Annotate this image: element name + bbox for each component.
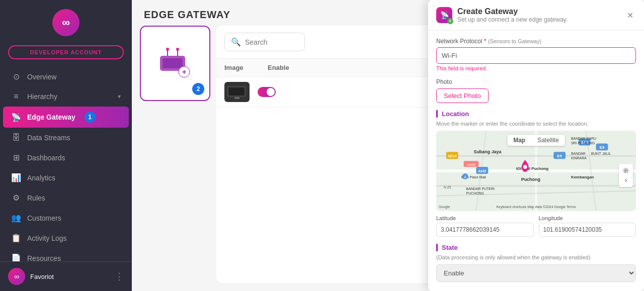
network-protocol-error: This field is required. xyxy=(436,65,636,71)
sidebar-item-overview[interactable]: ⊙ Overview xyxy=(3,67,129,86)
map-tab-satellite[interactable]: Satellite xyxy=(531,135,565,146)
sidebar-item-edge-gateway[interactable]: 📡 Edge Gateway 1 xyxy=(3,107,129,128)
sidebar-logo: ∞ xyxy=(0,0,132,41)
longitude-group: Longitude xyxy=(539,215,636,237)
svg-text:N 25: N 25 xyxy=(444,185,451,189)
svg-text:IOI Mall Puchong: IOI Mall Puchong xyxy=(516,166,549,171)
svg-text:Google: Google xyxy=(439,205,450,209)
svg-rect-10 xyxy=(234,97,239,99)
modal-gateway-icon: 📡 + xyxy=(436,7,452,23)
more-options-button[interactable]: ⋮ xyxy=(115,271,124,282)
svg-point-4 xyxy=(166,48,169,51)
coordinates-row: Latitude Longitude xyxy=(436,215,636,237)
sidebar-item-label: Edge Gateway xyxy=(27,113,75,121)
col-header-image: Image xyxy=(224,64,260,71)
card-badge: 2 xyxy=(192,83,204,95)
sidebar-item-label: Dashboards xyxy=(27,154,65,162)
modal-body: Network Protocol * (Sensors to Gateway) … xyxy=(428,31,644,291)
activity-logs-icon: 📋 xyxy=(11,233,21,243)
sidebar-item-dashboards[interactable]: ⊞ Dashboards xyxy=(3,148,129,167)
sidebar-item-label: Hierarchy xyxy=(27,92,57,101)
state-title: State xyxy=(436,244,636,251)
toggle-switch-on[interactable] xyxy=(258,87,276,97)
table-row xyxy=(216,77,444,108)
data-streams-icon: 🗄 xyxy=(11,133,21,142)
sidebar-nav: ⊙ Overview ≡ Hierarchy ▾ 📡 Edge Gateway … xyxy=(0,63,132,261)
svg-point-5 xyxy=(176,48,179,51)
svg-text:A: A xyxy=(464,175,466,179)
sidebar-item-hierarchy[interactable]: ≡ Hierarchy ▾ xyxy=(3,87,129,106)
overview-icon: ⊙ xyxy=(11,72,21,81)
rules-icon: ⚙ xyxy=(11,193,21,203)
sidebar-item-label: Analytics xyxy=(27,174,55,182)
analytics-icon: 📊 xyxy=(11,173,21,182)
toggle-enable[interactable] xyxy=(258,87,293,97)
nav-badge: 1 xyxy=(85,112,96,123)
device-image xyxy=(224,82,250,102)
sidebar-item-activity-logs[interactable]: 📋 Activity Logs xyxy=(3,228,129,248)
svg-text:BUKIT JALIL: BUKIT JALIL xyxy=(591,152,611,155)
dashboards-icon: ⊞ xyxy=(11,153,21,162)
search-input[interactable] xyxy=(245,38,298,46)
svg-text:Keyboard shortcuts   Map data : Keyboard shortcuts Map data ©2024 Google… xyxy=(496,205,576,209)
search-box[interactable]: 🔍 xyxy=(224,33,305,51)
app-logo: ∞ xyxy=(52,9,79,36)
sidebar-item-customers[interactable]: 👥 Customers xyxy=(3,208,129,228)
sidebar-item-label: Activity Logs xyxy=(27,234,67,242)
gateway-card-image: + xyxy=(155,46,195,81)
modal-plus-icon: + xyxy=(447,18,453,24)
resources-icon: 📄 xyxy=(11,253,21,261)
sidebar-item-label: Data Streams xyxy=(27,134,70,142)
map-expand-button[interactable]: › xyxy=(619,173,633,187)
table-header: Image Enable xyxy=(216,59,444,77)
modal-title: Create Gateway xyxy=(457,7,568,16)
sidebar-item-analytics[interactable]: 📊 Analytics xyxy=(3,168,129,187)
sidebar-footer: ∞ Favoriot ⋮ xyxy=(0,261,132,291)
svg-text:SRI PETALING: SRI PETALING xyxy=(571,141,595,145)
longitude-label: Longitude xyxy=(539,215,636,221)
sidebar-item-rules[interactable]: ⚙ Rules xyxy=(3,188,129,208)
modal-header-text: Create Gateway Set up and connect a new … xyxy=(457,7,568,23)
modal-header: 📡 + Create Gateway Set up and connect a … xyxy=(428,0,644,31)
sidebar-item-data-streams[interactable]: 🗄 Data Streams xyxy=(3,128,129,147)
svg-text:3214: 3214 xyxy=(448,154,457,158)
map-tab-map[interactable]: Map xyxy=(507,135,531,146)
longitude-input[interactable] xyxy=(539,223,636,237)
footer-logo: ∞ xyxy=(8,268,25,285)
sidebar-item-label: Customers xyxy=(27,214,61,222)
customers-icon: 👥 xyxy=(11,213,21,223)
network-protocol-input[interactable] xyxy=(436,47,636,64)
svg-text:+: + xyxy=(182,68,186,76)
svg-text:Hotel: Hotel xyxy=(467,163,475,166)
location-hint: Move the marker or enter the coordinate … xyxy=(436,121,636,127)
svg-text:Subang Jaya: Subang Jaya xyxy=(473,149,502,154)
state-section: State (Data processing is only allowed w… xyxy=(436,244,636,282)
latitude-input[interactable] xyxy=(436,223,534,237)
svg-text:AH2: AH2 xyxy=(478,169,486,173)
edge-gateway-icon: 📡 xyxy=(11,113,21,122)
modal-close-button[interactable]: ✕ xyxy=(624,9,636,21)
map-tabs: Map Satellite xyxy=(507,135,565,146)
developer-account-button[interactable]: DEVELOPER ACCOUNT xyxy=(8,45,124,59)
table-toolbar: 🔍 xyxy=(216,26,444,59)
map-container[interactable]: Map Satellite xyxy=(436,131,636,211)
main-content: EDGE GATEWAY xyxy=(132,0,644,291)
svg-text:Puchong: Puchong xyxy=(521,177,540,182)
photo-label: Photo xyxy=(436,78,636,85)
svg-text:KINRARA: KINRARA xyxy=(571,156,587,160)
svg-text:E5: E5 xyxy=(557,154,562,158)
state-hint: (Data processing is only allowed when th… xyxy=(436,254,636,260)
sidebar-item-label: Overview xyxy=(27,73,56,81)
select-photo-button[interactable]: Select Photo xyxy=(436,88,489,103)
state-select[interactable]: Enable Disable xyxy=(436,264,636,282)
svg-text:BANDAR BARU: BANDAR BARU xyxy=(571,137,596,140)
search-icon: 🔍 xyxy=(231,37,241,47)
svg-text:PUCHONG: PUCHONG xyxy=(466,191,484,195)
location-section: Location Move the marker or enter the co… xyxy=(436,110,636,237)
network-protocol-group: Network Protocol * (Sensors to Gateway) … xyxy=(436,38,636,71)
sidebar-item-resources[interactable]: 📄 Resources xyxy=(3,248,129,261)
create-gateway-card[interactable]: + 2 xyxy=(140,26,210,101)
photo-section: Photo Select Photo xyxy=(436,78,636,103)
svg-text:E9: E9 xyxy=(600,145,605,150)
svg-rect-9 xyxy=(228,87,245,95)
